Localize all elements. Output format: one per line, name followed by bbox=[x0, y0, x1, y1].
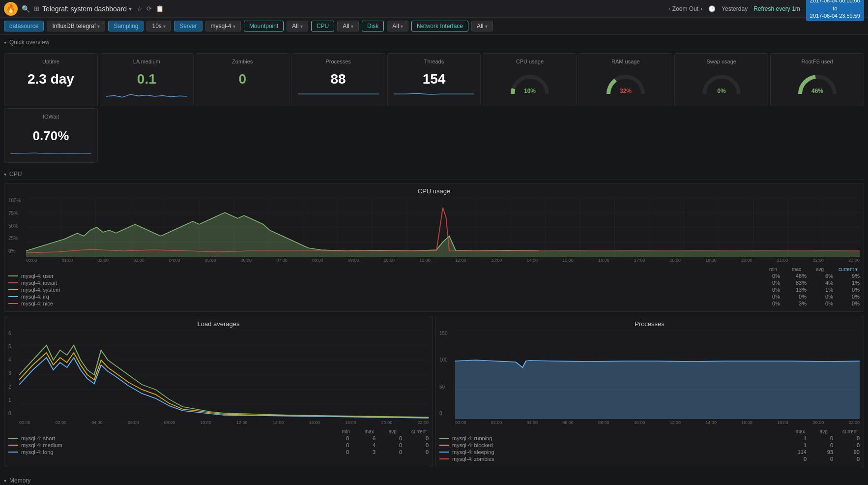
dashboard-title[interactable]: Telegraf: system dashboard bbox=[42, 5, 127, 13]
legend-line bbox=[8, 445, 18, 446]
grafana-logo[interactable]: 🔥 bbox=[4, 2, 18, 16]
network-dropdown-icon: ▾ bbox=[485, 24, 488, 29]
search-icon[interactable]: 🔍 bbox=[22, 5, 30, 13]
cpu-legend-items: mysql-4: user0%48%6%9%mysql-4: iowait0%8… bbox=[8, 273, 860, 306]
refresh-button[interactable]: Refresh every 1m bbox=[753, 5, 800, 12]
zoom-back-icon[interactable]: ‹ bbox=[668, 5, 670, 12]
processes-label: Processes bbox=[298, 59, 379, 64]
zombies-card: Zombies 0 bbox=[196, 53, 289, 106]
load-y-axis: 6543210 bbox=[8, 331, 17, 426]
proc-legend-row: mysql-4: blocked100 bbox=[439, 442, 860, 448]
cpu-filter[interactable]: CPU bbox=[311, 21, 334, 31]
zoom-out-button[interactable]: Zoom Out bbox=[672, 5, 698, 12]
legend-color-line bbox=[8, 289, 18, 290]
dashboard-grid-icon: ⊞ bbox=[34, 5, 39, 12]
legend-item-label: mysql-4: system bbox=[21, 287, 762, 293]
processes-y-axis: 150100500 bbox=[439, 331, 453, 426]
yesterday-label[interactable]: Yesterday bbox=[722, 5, 748, 12]
dashboard-dropdown-icon[interactable]: ▾ bbox=[129, 5, 132, 12]
legend-item-label: mysql-4: irq bbox=[21, 294, 762, 300]
processes-legend-header: maxavgcurrent bbox=[439, 429, 860, 434]
server-val-filter[interactable]: mysql-4 ▾ bbox=[205, 21, 241, 31]
processes-area: 150100500 00:0002:0004:0006:0008:0010:00… bbox=[439, 331, 860, 426]
threads-card: Threads 154 bbox=[387, 53, 481, 106]
time-range-display[interactable]: 2017-06-04 00:00:00 to 2017-06-04 23:59:… bbox=[806, 0, 864, 21]
cpu-legend-row: mysql-4: user0%48%6%9% bbox=[8, 273, 860, 279]
ram-usage-card: RAM usage 32% bbox=[579, 53, 672, 106]
legend-stats: 0%48%6%9% bbox=[765, 273, 860, 279]
cpu-legend-row: mysql-4: iowait0%83%4%1% bbox=[8, 280, 860, 286]
cpu-usage-chart: CPU usage 100% 75% 50% 25% 0% bbox=[4, 183, 864, 312]
network-filter[interactable]: Network Interface bbox=[411, 21, 468, 31]
processes-x-labels: 00:0002:0004:0006:0008:0010:0012:0014:00… bbox=[455, 419, 860, 426]
legend-line bbox=[8, 452, 18, 453]
cpu-legend-row: mysql-4: nice0%3%0%0% bbox=[8, 301, 860, 306]
proc-legend-row: mysql-4: sleeping1149390 bbox=[439, 449, 860, 455]
legend-stats: 0%83%4%1% bbox=[765, 280, 860, 286]
quick-overview-header[interactable]: ▾ Quick overview bbox=[4, 37, 864, 48]
cpu-legend-row: mysql-4: irq0%0%0%0% bbox=[8, 294, 860, 300]
proc-legend-line bbox=[439, 438, 449, 439]
cpu-all-filter[interactable]: All ▾ bbox=[337, 21, 359, 31]
load-legend-stats: 0600 bbox=[334, 435, 429, 441]
cpu-legend-row: mysql-4: system0%13%1%0% bbox=[8, 287, 860, 293]
cpu-section-header[interactable]: ▾ CPU bbox=[4, 169, 864, 180]
load-legend-stats: 0400 bbox=[334, 442, 429, 448]
proc-legend-label: mysql-4: zombies bbox=[452, 456, 789, 462]
save-icon[interactable]: 📋 bbox=[156, 5, 164, 12]
cpu-y-axis: 100% 75% 50% 25% 0% bbox=[8, 198, 24, 264]
top-nav: 🔥 🔍 ⊞ Telegraf: system dashboard ▾ ☆ ⟳ 📋… bbox=[0, 0, 868, 18]
section-title: Quick overview bbox=[9, 39, 49, 46]
proc-legend-line bbox=[439, 458, 449, 459]
proc-legend-row: mysql-4: zombies000 bbox=[439, 456, 860, 462]
sampling-filter[interactable]: Sampling bbox=[108, 21, 144, 31]
zombies-label: Zombies bbox=[202, 59, 283, 64]
processes-legend-items: mysql-4: running100mysql-4: blocked100my… bbox=[439, 435, 860, 462]
two-col-charts: Load averages 6543210 bbox=[4, 314, 864, 469]
zoom-forward-icon[interactable]: › bbox=[700, 5, 702, 12]
processes-card: Processes 88 bbox=[291, 53, 385, 106]
disk-dropdown-icon: ▾ bbox=[401, 24, 403, 29]
sampling-val-filter[interactable]: 10s ▾ bbox=[146, 21, 171, 31]
cpu-x-labels: 00:0001:0002:0003:0004:0005:0006:0007:00… bbox=[26, 257, 860, 264]
load-avg-chart: Load averages 6543210 bbox=[4, 316, 433, 467]
iowait-label: IOWait bbox=[10, 114, 91, 120]
rootfs-gauge: 46% bbox=[777, 67, 858, 101]
uptime-label: Uptime bbox=[10, 59, 91, 64]
influxdb-filter[interactable]: InfluxDB telegraf ▾ bbox=[47, 21, 105, 31]
load-legend-row: mysql-4: short0600 bbox=[8, 435, 429, 441]
ram-gauge: 32% bbox=[585, 67, 666, 101]
legend-header-row: minmaxavgcurrent ▾ bbox=[8, 267, 860, 272]
la-value: 0.1 bbox=[106, 71, 187, 87]
network-all-filter[interactable]: All ▾ bbox=[471, 21, 493, 31]
cpu-legend: minmaxavgcurrent ▾ mysql-4: user0%48%6%9… bbox=[8, 267, 860, 306]
load-legend: minmaxavgcurrent mysql-4: short0600mysql… bbox=[8, 429, 429, 455]
mountpoint-all-filter[interactable]: All ▾ bbox=[287, 21, 308, 31]
la-medium-card: LA medium 0.1 bbox=[100, 53, 194, 106]
iowait-value: 0.70% bbox=[10, 128, 91, 144]
memory-collapse-icon: ▾ bbox=[4, 478, 6, 484]
svg-marker-44 bbox=[455, 360, 860, 419]
proc-legend-stats: 000 bbox=[792, 456, 860, 462]
processes-value: 88 bbox=[298, 71, 379, 87]
legend-color-line bbox=[8, 275, 18, 276]
legend-stats: 0%13%1%0% bbox=[765, 287, 860, 293]
server-filter[interactable]: Server bbox=[174, 21, 202, 31]
disk-all-filter[interactable]: All ▾ bbox=[387, 21, 408, 31]
threads-label: Threads bbox=[394, 59, 475, 64]
datasource-filter[interactable]: datasource bbox=[4, 21, 44, 31]
mountpoint-filter[interactable]: Mountpoint bbox=[244, 21, 284, 31]
collapse-arrow: ▾ bbox=[4, 40, 6, 45]
nav-right: ‹ Zoom Out › 🕐 Yesterday Refresh every 1… bbox=[668, 0, 864, 21]
legend-color-line bbox=[8, 296, 18, 297]
server-dropdown-icon: ▾ bbox=[233, 24, 235, 29]
star-icon[interactable]: ☆ bbox=[137, 5, 143, 12]
processes-sparkline bbox=[298, 87, 379, 101]
memory-section-header[interactable]: ▾ Memory bbox=[4, 475, 864, 485]
swap-usage-label: Swap usage bbox=[681, 59, 762, 64]
legend-item-label: mysql-4: nice bbox=[21, 301, 762, 306]
disk-filter[interactable]: Disk bbox=[362, 21, 384, 31]
processes-legend: maxavgcurrent mysql-4: running100mysql-4… bbox=[439, 429, 860, 462]
share-icon[interactable]: ⟳ bbox=[146, 5, 152, 12]
load-legend-row: mysql-4: medium0400 bbox=[8, 442, 429, 448]
